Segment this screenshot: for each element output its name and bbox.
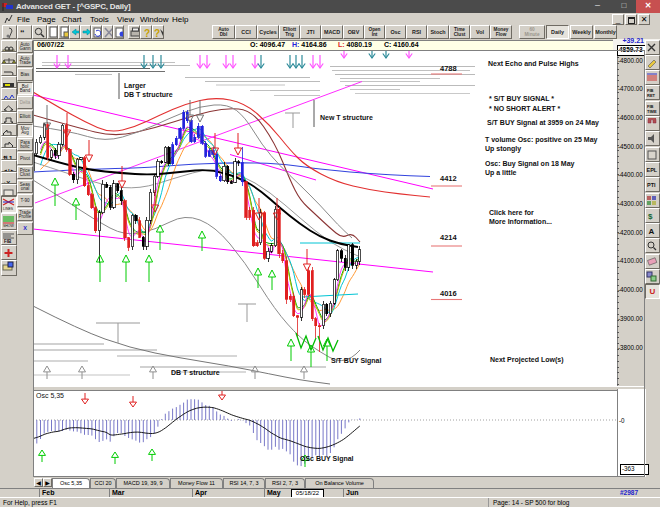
svg-text:* NO SHORT ALERT *: * NO SHORT ALERT *: [489, 105, 561, 112]
svg-text:Osc: Buy Signal on 18 May: Osc: Buy Signal on 18 May: [485, 160, 575, 168]
svg-text:A: A: [649, 227, 655, 236]
svg-text:?: ?: [154, 28, 160, 39]
svg-text:$: $: [648, 212, 653, 221]
svg-text:Up stongly: Up stongly: [485, 145, 521, 153]
svg-text:LINES: LINES: [3, 207, 14, 211]
svg-text:Larger: Larger: [124, 82, 146, 90]
svg-text:Click here for: Click here for: [489, 209, 534, 216]
svg-text:4016: 4016: [440, 289, 457, 298]
svg-text:TIME: TIME: [647, 109, 657, 114]
svg-text:4214: 4214: [440, 233, 458, 242]
svg-text:* S/T BUY SIGNAL *: * S/T BUY SIGNAL *: [489, 95, 554, 102]
svg-text:PTI: PTI: [647, 182, 656, 188]
svg-text:Next Projected Low(s): Next Projected Low(s): [490, 356, 564, 364]
svg-text:DB T structure: DB T structure: [124, 91, 173, 98]
svg-text:OSc BUY Signal: OSc BUY Signal: [300, 455, 354, 463]
svg-text:T volume Osc: positive on 25 M: T volume Osc: positive on 25 May: [485, 136, 598, 144]
svg-text:Osc 5,35: Osc 5,35: [36, 392, 64, 399]
svg-text:Next Echo and Pulse Highs: Next Echo and Pulse Highs: [488, 60, 579, 68]
svg-text:More Information...: More Information...: [489, 218, 552, 225]
svg-text:“: “: [20, 28, 25, 38]
svg-text:SHOW: SHOW: [3, 224, 15, 228]
svg-text:S/T BUY Signal at 3959 on 24 M: S/T BUY Signal at 3959 on 24 May: [487, 119, 599, 127]
svg-text:?: ?: [144, 28, 150, 39]
svg-text:EPL: EPL: [647, 167, 658, 173]
svg-text:FIB: FIB: [4, 239, 12, 244]
svg-text:New T structure: New T structure: [320, 114, 373, 121]
svg-text:4788: 4788: [440, 64, 457, 73]
svg-text:S/T BUY Signal: S/T BUY Signal: [331, 357, 381, 365]
svg-text:DB T structure: DB T structure: [171, 369, 220, 376]
svg-text:4412: 4412: [440, 174, 457, 183]
svg-text:RET: RET: [647, 93, 656, 98]
svg-text:Up a little: Up a little: [485, 169, 517, 177]
